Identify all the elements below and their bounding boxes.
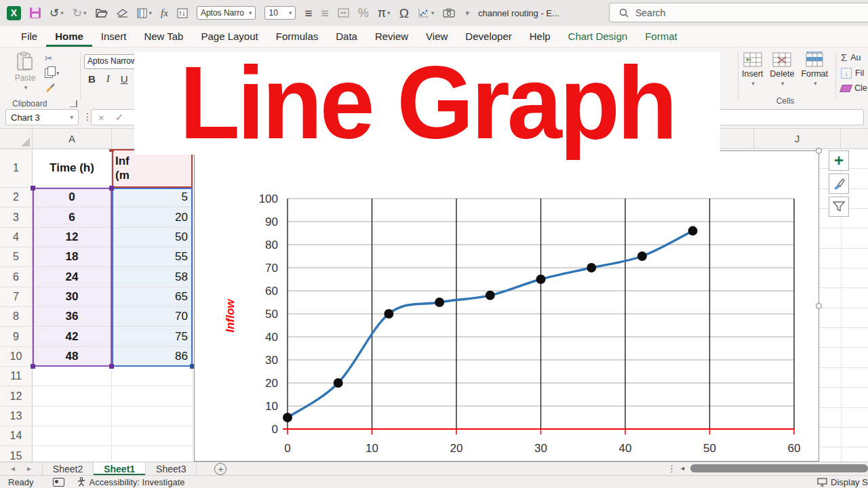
cell-b[interactable]: 50 bbox=[112, 228, 193, 247]
chart-filters-button[interactable] bbox=[829, 197, 849, 217]
cell-a[interactable] bbox=[33, 446, 112, 462]
eraser-icon[interactable] bbox=[117, 9, 128, 18]
cell-a[interactable] bbox=[33, 386, 112, 406]
row-header[interactable]: 15 bbox=[0, 446, 33, 462]
row-header[interactable]: 10 bbox=[0, 347, 33, 367]
tab-developer[interactable]: Developer bbox=[456, 26, 520, 47]
cell-a[interactable]: 30 bbox=[33, 287, 112, 307]
tab-home[interactable]: Home bbox=[46, 26, 92, 47]
chart-object[interactable]: 01020304050607080901000102030405060Inflo… bbox=[194, 150, 819, 462]
cell-a[interactable]: 36 bbox=[33, 307, 112, 327]
cell-b[interactable]: 55 bbox=[112, 247, 193, 267]
prev-sheet-icon[interactable]: ◄ bbox=[9, 465, 16, 472]
merge-cells-icon[interactable] bbox=[338, 8, 349, 18]
scroll-left-icon[interactable]: ◄ bbox=[679, 465, 686, 472]
format-cells-button[interactable]: Format▾ bbox=[801, 52, 828, 87]
italic-button[interactable]: I bbox=[106, 73, 110, 85]
tab-formulas[interactable]: Formulas bbox=[267, 26, 328, 47]
underline-button[interactable]: U bbox=[121, 73, 128, 85]
cell-a[interactable] bbox=[33, 426, 112, 446]
row-header[interactable]: 12 bbox=[0, 386, 33, 406]
tab-new-tab[interactable]: New Tab bbox=[135, 26, 192, 47]
row-header[interactable]: 1 bbox=[0, 149, 33, 188]
percent-style-icon[interactable]: % bbox=[358, 7, 369, 19]
name-box[interactable]: Chart 3 ▾ bbox=[5, 109, 79, 125]
qat-font-name-select[interactable]: Aptos Narro▾ bbox=[197, 6, 256, 20]
tab-chart-design[interactable]: Chart Design bbox=[559, 26, 637, 47]
tab-data[interactable]: Data bbox=[327, 26, 366, 47]
column-header-j[interactable]: J bbox=[754, 129, 841, 148]
row-header[interactable]: 2 bbox=[0, 188, 33, 207]
row-header[interactable]: 14 bbox=[0, 426, 33, 446]
tab-review[interactable]: Review bbox=[366, 26, 417, 47]
cell-b[interactable]: 65 bbox=[112, 287, 193, 307]
chart-resize-handle[interactable] bbox=[816, 148, 822, 154]
cell-a[interactable] bbox=[33, 367, 112, 386]
insert-function-icon[interactable]: fx bbox=[161, 8, 168, 18]
row-header[interactable]: 11 bbox=[0, 367, 33, 386]
row-header[interactable]: 7 bbox=[0, 287, 33, 307]
row-header[interactable]: 6 bbox=[0, 267, 33, 287]
column-header-k[interactable] bbox=[841, 129, 868, 148]
cell-b[interactable] bbox=[112, 367, 193, 386]
clear-button[interactable]: Cle bbox=[841, 83, 867, 93]
redo-icon[interactable]: ↻▾ bbox=[73, 7, 87, 19]
tab-help[interactable]: Help bbox=[521, 26, 559, 47]
sort-dialog-icon[interactable] bbox=[177, 8, 188, 18]
qat-font-size-select[interactable]: 10▾ bbox=[264, 6, 296, 20]
select-all-corner[interactable] bbox=[0, 129, 33, 148]
cell-b[interactable]: 86 bbox=[112, 347, 193, 367]
cell-a[interactable]: 18 bbox=[33, 247, 112, 267]
tab-insert[interactable]: Insert bbox=[92, 26, 136, 47]
cell-a[interactable]: 6 bbox=[33, 207, 112, 227]
row-header[interactable]: 8 bbox=[0, 307, 33, 327]
undo-icon[interactable]: ↺▾ bbox=[50, 7, 64, 19]
delete-cells-button[interactable]: Delete▾ bbox=[770, 52, 794, 87]
cell-a[interactable]: 42 bbox=[33, 327, 112, 346]
cell-a[interactable]: 48 bbox=[33, 347, 112, 367]
font-name-select[interactable]: Aptos Narrow bbox=[84, 54, 137, 69]
align-center-icon[interactable]: ≡ bbox=[321, 7, 329, 20]
cell-a[interactable]: 0 bbox=[33, 188, 112, 207]
enter-icon[interactable]: ✓ bbox=[115, 111, 124, 123]
row-header[interactable]: 5 bbox=[0, 247, 33, 267]
tab-view[interactable]: View bbox=[417, 26, 456, 47]
cell-b[interactable]: 58 bbox=[112, 267, 193, 287]
cell-b[interactable]: 5 bbox=[112, 188, 193, 207]
autosum-button[interactable]: ΣAu bbox=[841, 52, 867, 63]
tab-page-layout[interactable]: Page Layout bbox=[192, 26, 267, 47]
clipboard-dialog-launcher-icon[interactable] bbox=[70, 100, 77, 108]
cell-b[interactable] bbox=[112, 407, 193, 426]
tab-format[interactable]: Format bbox=[636, 26, 686, 47]
cell-a[interactable]: Time (h) bbox=[33, 149, 112, 188]
sheet-tab-sheet2[interactable]: Sheet2 bbox=[43, 462, 94, 475]
cell-a[interactable]: 12 bbox=[33, 228, 112, 247]
cut-button[interactable]: ✂ bbox=[45, 53, 53, 64]
accessibility-status[interactable]: Accessibility: Investigate bbox=[77, 477, 185, 487]
open-folder-icon[interactable] bbox=[96, 8, 108, 18]
sheet-tab-sheet1[interactable]: Sheet1 bbox=[94, 462, 146, 475]
chart-resize-handle[interactable] bbox=[816, 303, 822, 309]
search-input[interactable]: Search bbox=[609, 3, 868, 22]
cancel-icon[interactable]: × bbox=[98, 112, 104, 123]
display-settings-button[interactable]: Display Settings bbox=[817, 476, 868, 488]
insert-table-column-icon[interactable]: ▾ bbox=[137, 8, 153, 18]
cell-b[interactable] bbox=[112, 446, 193, 462]
camera-icon[interactable] bbox=[443, 8, 455, 18]
format-painter-button[interactable] bbox=[45, 83, 56, 92]
chart-elements-button[interactable]: + bbox=[829, 150, 849, 171]
row-header[interactable]: 9 bbox=[0, 327, 33, 346]
chart-styles-button[interactable] bbox=[829, 174, 849, 194]
customize-qat-icon[interactable]: ▾ bbox=[465, 9, 469, 17]
cell-b[interactable]: 75 bbox=[112, 327, 193, 346]
row-header[interactable]: 3 bbox=[0, 207, 33, 227]
column-header-a[interactable]: A bbox=[33, 129, 112, 148]
horizontal-scrollbar[interactable] bbox=[690, 464, 868, 472]
copy-button[interactable]: ▾ bbox=[45, 68, 60, 78]
insert-cells-button[interactable]: Insert▾ bbox=[742, 52, 763, 87]
excel-logo-icon[interactable]: X bbox=[7, 6, 21, 20]
cell-b[interactable]: 20 bbox=[112, 207, 193, 227]
cell-b[interactable] bbox=[112, 386, 193, 406]
tab-file[interactable]: File bbox=[12, 26, 46, 47]
symbol-icon[interactable]: Ω bbox=[399, 7, 409, 20]
